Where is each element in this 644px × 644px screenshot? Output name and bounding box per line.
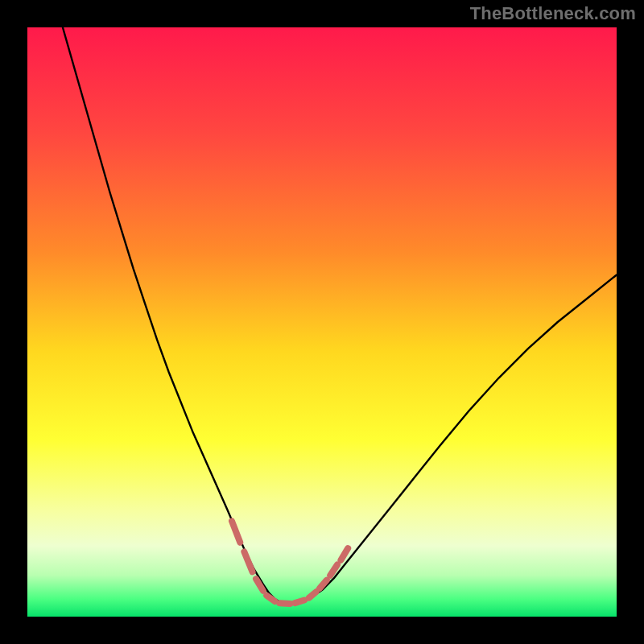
chart-svg — [0, 0, 644, 644]
highlight-dash — [309, 592, 316, 597]
highlight-dash — [279, 603, 290, 604]
watermark-text: TheBottleneck.com — [470, 3, 636, 24]
highlight-dash — [295, 601, 304, 604]
plot-background — [27, 27, 617, 617]
chart-stage: { "watermark": { "text": "TheBottleneck.… — [0, 0, 644, 644]
